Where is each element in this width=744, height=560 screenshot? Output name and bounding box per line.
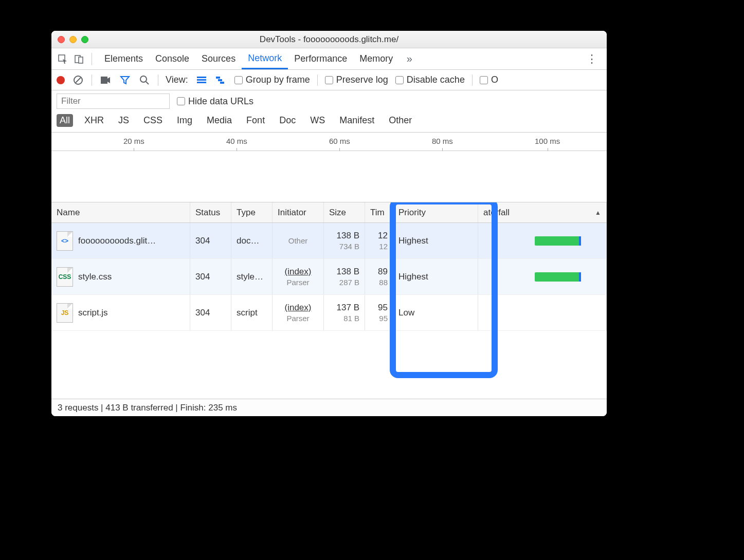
tab-network[interactable]: Network bbox=[242, 48, 288, 69]
svg-rect-13 bbox=[220, 82, 224, 84]
col-initiator[interactable]: Initiator bbox=[273, 202, 324, 222]
tabs-overflow-icon[interactable]: » bbox=[403, 53, 415, 65]
tab-console[interactable]: Console bbox=[149, 48, 195, 69]
type-filter-xhr[interactable]: XHR bbox=[81, 114, 107, 127]
tab-memory[interactable]: Memory bbox=[353, 48, 399, 69]
close-button[interactable] bbox=[58, 36, 65, 43]
svg-line-4 bbox=[76, 78, 81, 83]
type-filter-bar: AllXHRJSCSSImgMediaFontDocWSManifestOthe… bbox=[51, 112, 607, 133]
request-name: style.css bbox=[78, 272, 112, 282]
type-filter-css[interactable]: CSS bbox=[140, 114, 166, 127]
table-row[interactable]: JSscript.js 304 script (index)Parser 137… bbox=[51, 295, 607, 331]
cell-size: 138 B734 B bbox=[324, 223, 365, 258]
timeline-overview[interactable] bbox=[51, 151, 607, 202]
titlebar: DevTools - fooooooooods.glitch.me/ bbox=[51, 31, 607, 48]
type-filter-img[interactable]: Img bbox=[174, 114, 195, 127]
cell-initiator[interactable]: (index)Parser bbox=[273, 295, 324, 330]
type-filter-all[interactable]: All bbox=[57, 114, 73, 127]
cell-type: doc… bbox=[231, 223, 273, 258]
requests-table: Name Status Type Initiator Size Tim Prio… bbox=[51, 202, 607, 399]
tab-sources[interactable]: Sources bbox=[195, 48, 242, 69]
type-filter-js[interactable]: JS bbox=[115, 114, 132, 127]
type-filter-doc[interactable]: Doc bbox=[276, 114, 299, 127]
minimize-button[interactable] bbox=[69, 36, 77, 43]
cell-initiator[interactable]: Other bbox=[273, 223, 324, 258]
table-row[interactable]: <>fooooooooods.glit… 304 doc… Other 138 … bbox=[51, 223, 607, 259]
cell-priority: Highest bbox=[393, 223, 478, 258]
col-size[interactable]: Size bbox=[324, 202, 365, 222]
request-name: script.js bbox=[78, 308, 108, 318]
ruler-tick: 40 ms bbox=[226, 137, 247, 145]
record-button[interactable] bbox=[57, 76, 65, 84]
sort-arrow-icon: ▲ bbox=[595, 209, 601, 216]
window-title: DevTools - fooooooooods.glitch.me/ bbox=[51, 34, 607, 45]
col-name[interactable]: Name bbox=[51, 202, 190, 222]
hide-data-urls-checkbox[interactable]: Hide data URLs bbox=[177, 96, 253, 107]
svg-line-7 bbox=[146, 82, 149, 84]
svg-rect-9 bbox=[197, 79, 206, 81]
devtools-window: DevTools - fooooooooods.glitch.me/ Eleme… bbox=[51, 31, 607, 416]
cell-priority: Highest bbox=[393, 259, 478, 294]
network-toolbar: View: Group by frame Preserve log Disabl… bbox=[51, 70, 607, 90]
device-toggle-icon[interactable] bbox=[73, 53, 85, 65]
svg-rect-8 bbox=[197, 77, 206, 78]
table-header: Name Status Type Initiator Size Tim Prio… bbox=[51, 202, 607, 223]
col-waterfall[interactable]: aterfall ▲ bbox=[478, 202, 607, 222]
type-filter-font[interactable]: Font bbox=[243, 114, 268, 127]
filter-icon[interactable] bbox=[119, 74, 131, 86]
file-icon: CSS bbox=[57, 267, 73, 287]
clear-icon[interactable] bbox=[72, 74, 84, 86]
tab-elements[interactable]: Elements bbox=[98, 48, 149, 69]
cell-type: style… bbox=[231, 259, 273, 294]
table-row[interactable]: CSSstyle.css 304 style… (index)Parser 13… bbox=[51, 259, 607, 295]
cell-status: 304 bbox=[190, 259, 231, 294]
type-filter-media[interactable]: Media bbox=[204, 114, 235, 127]
svg-rect-10 bbox=[197, 82, 206, 83]
request-name: fooooooooods.glit… bbox=[78, 236, 156, 246]
overview-icon[interactable] bbox=[215, 74, 227, 86]
traffic-lights bbox=[58, 36, 88, 43]
cell-time: 9595 bbox=[365, 295, 393, 330]
type-filter-other[interactable]: Other bbox=[386, 114, 415, 127]
ruler-tick: 60 ms bbox=[329, 137, 350, 145]
kebab-menu-icon[interactable]: ⋮ bbox=[582, 52, 602, 66]
type-filter-manifest[interactable]: Manifest bbox=[336, 114, 377, 127]
status-text: 3 requests | 413 B transferred | Finish:… bbox=[58, 403, 237, 413]
type-filter-ws[interactable]: WS bbox=[307, 114, 328, 127]
cell-time: 1212 bbox=[365, 223, 393, 258]
file-icon: <> bbox=[57, 231, 73, 251]
large-rows-icon[interactable] bbox=[195, 74, 208, 86]
cell-initiator[interactable]: (index)Parser bbox=[273, 259, 324, 294]
cell-waterfall bbox=[478, 223, 607, 258]
col-time[interactable]: Tim bbox=[365, 202, 393, 222]
ruler-tick: 100 ms bbox=[535, 137, 560, 145]
col-priority[interactable]: Priority bbox=[393, 202, 478, 222]
panel-tabs: ElementsConsoleSourcesNetworkPerformance… bbox=[51, 48, 607, 70]
cell-status: 304 bbox=[190, 295, 231, 330]
svg-rect-2 bbox=[79, 57, 83, 63]
disable-cache-checkbox[interactable]: Disable cache bbox=[395, 74, 465, 85]
svg-rect-11 bbox=[216, 77, 220, 79]
inspect-icon[interactable] bbox=[57, 53, 69, 65]
offline-checkbox[interactable]: O bbox=[480, 74, 498, 85]
cell-type: script bbox=[231, 295, 273, 330]
group-by-frame-checkbox[interactable]: Group by frame bbox=[234, 74, 310, 85]
ruler-tick: 20 ms bbox=[123, 137, 144, 145]
cell-size: 137 B81 B bbox=[324, 295, 365, 330]
cell-status: 304 bbox=[190, 223, 231, 258]
svg-rect-12 bbox=[218, 79, 222, 81]
cell-waterfall bbox=[478, 295, 607, 330]
search-icon[interactable] bbox=[138, 74, 151, 86]
cell-priority: Low bbox=[393, 295, 478, 330]
filter-bar: Hide data URLs bbox=[51, 90, 607, 112]
camera-icon[interactable] bbox=[99, 74, 112, 86]
filter-input[interactable] bbox=[57, 94, 170, 109]
timeline-ruler[interactable]: 20 ms40 ms60 ms80 ms100 ms bbox=[51, 133, 607, 151]
view-label: View: bbox=[166, 74, 188, 85]
col-type[interactable]: Type bbox=[231, 202, 273, 222]
cell-waterfall bbox=[478, 259, 607, 294]
col-status[interactable]: Status bbox=[190, 202, 231, 222]
maximize-button[interactable] bbox=[81, 36, 88, 43]
preserve-log-checkbox[interactable]: Preserve log bbox=[325, 74, 388, 85]
tab-performance[interactable]: Performance bbox=[288, 48, 353, 69]
